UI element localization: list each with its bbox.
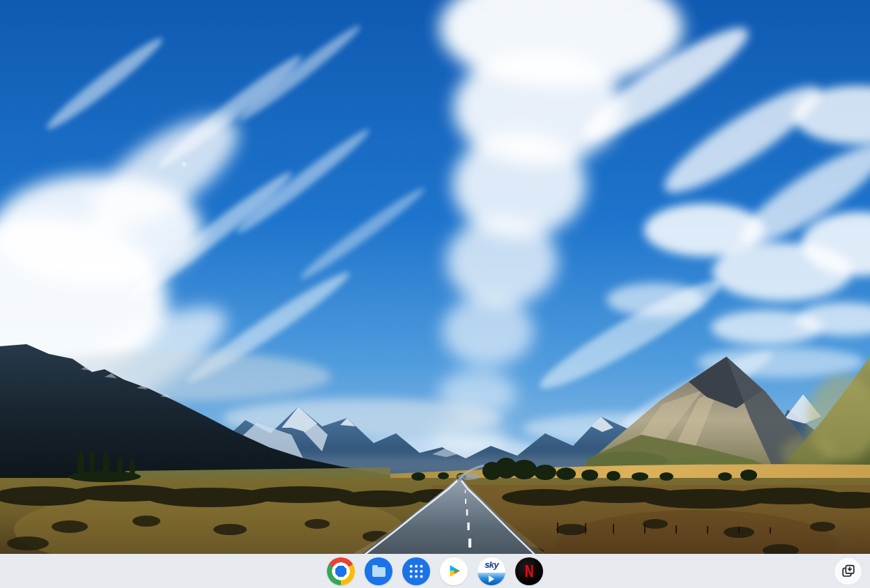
play-store-icon[interactable]	[440, 557, 468, 585]
sky-wordmark: sky	[478, 559, 505, 570]
moon	[182, 162, 186, 167]
shelf: sky N	[0, 554, 870, 588]
dots-grid-glyph	[409, 564, 424, 579]
folder-glyph	[372, 567, 386, 577]
chrome-icon[interactable]	[327, 557, 355, 585]
netflix-icon[interactable]: N	[515, 557, 543, 585]
play-triangle-glyph	[448, 564, 462, 578]
sky-icon[interactable]: sky	[478, 557, 505, 585]
files-folder-icon[interactable]	[365, 557, 392, 585]
wallpaper	[0, 0, 870, 588]
shelf-app-row: sky N	[327, 557, 543, 585]
holding-space-tote-button[interactable]	[834, 557, 862, 585]
netflix-n-letter: N	[525, 562, 534, 579]
apps-grid-icon[interactable]	[402, 557, 430, 585]
sky-play-triangle-icon	[489, 575, 494, 582]
desktop[interactable]: sky N	[0, 0, 870, 588]
holding-space-tote-icon	[841, 564, 855, 578]
